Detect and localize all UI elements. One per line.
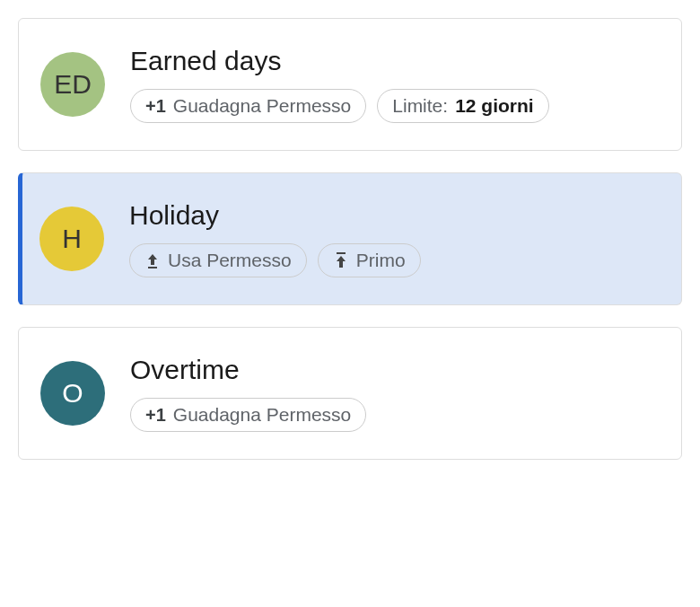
avatar: H: [39, 207, 104, 271]
chip-plus: +1Guadagna Permesso: [130, 89, 366, 123]
arrow-up-top-icon: [333, 250, 349, 271]
chip-limit: Limite:12 giorni: [377, 89, 548, 123]
leave-type-card[interactable]: OOvertime+1Guadagna Permesso: [18, 327, 682, 460]
card-content: HolidayUsa PermessoPrimo: [129, 200, 660, 277]
avatar: O: [40, 361, 105, 426]
card-title: Holiday: [129, 200, 660, 231]
chip-plus: +1Guadagna Permesso: [130, 398, 366, 432]
chip-label: Usa Permesso: [168, 250, 292, 271]
chip-arrow-bar: Usa Permesso: [129, 243, 307, 277]
plus-one-icon: +1: [145, 96, 166, 117]
chip-limit-prefix: Limite:: [392, 95, 448, 117]
chip-limit-value: 12 giorni: [455, 95, 534, 117]
chip-label: Guadagna Permesso: [173, 404, 351, 426]
plus-one-icon: +1: [145, 405, 166, 426]
arrow-up-bar-icon: [144, 250, 161, 271]
chip-label: Guadagna Permesso: [173, 95, 351, 117]
card-content: Earned days+1Guadagna PermessoLimite:12 …: [130, 46, 660, 123]
chip-label: Primo: [356, 250, 406, 271]
chips-row: +1Guadagna PermessoLimite:12 giorni: [130, 89, 660, 123]
chips-row: +1Guadagna Permesso: [130, 398, 660, 432]
leave-type-card[interactable]: HHolidayUsa PermessoPrimo: [18, 172, 682, 305]
avatar: ED: [40, 52, 105, 117]
chip-arrow-top: Primo: [318, 243, 421, 277]
card-title: Earned days: [130, 46, 660, 76]
svg-rect-0: [148, 267, 157, 268]
card-title: Overtime: [130, 355, 660, 385]
card-content: Overtime+1Guadagna Permesso: [130, 355, 660, 432]
chips-row: Usa PermessoPrimo: [129, 243, 660, 277]
leave-type-card[interactable]: EDEarned days+1Guadagna PermessoLimite:1…: [18, 18, 682, 151]
svg-rect-1: [337, 252, 346, 254]
